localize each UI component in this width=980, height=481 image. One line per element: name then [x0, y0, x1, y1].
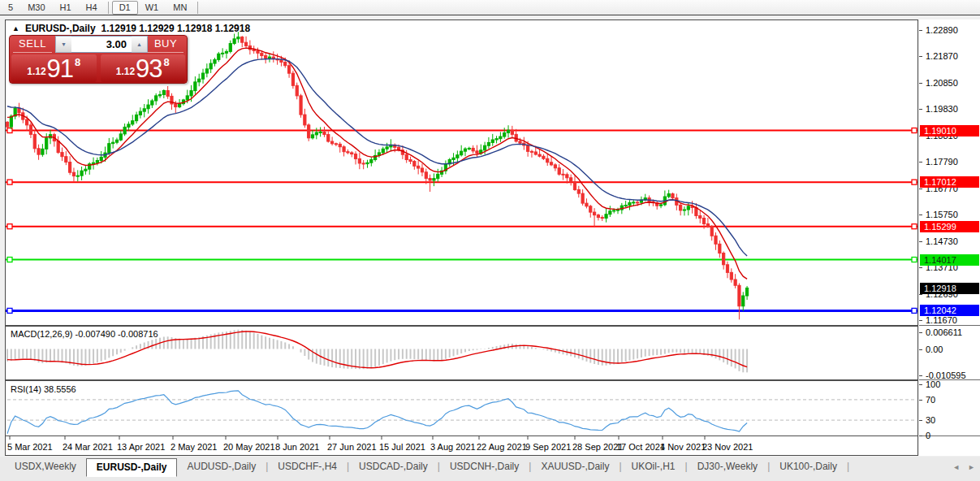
rsi-axis-label: 70	[926, 395, 935, 405]
volume-increase-button[interactable]: ▲	[132, 36, 148, 53]
rsi-axis-tick	[919, 384, 922, 385]
tab-scroll-left-icon[interactable]: ◄	[952, 463, 960, 471]
timeframe-button-mn[interactable]: MN	[166, 1, 194, 15]
volume-input[interactable]	[71, 36, 132, 53]
price-axis: 1.228901.218701.208501.198301.188101.177…	[919, 20, 980, 456]
buy-price-pips: 93	[136, 58, 162, 80]
price-axis-tick	[919, 294, 922, 295]
price-axis-tick-label: 1.11670	[926, 315, 957, 325]
buy-price-point: 8	[164, 56, 170, 68]
macd-axis-tick	[919, 332, 922, 333]
tab-scroll-right-icon[interactable]: ►	[968, 463, 975, 471]
date-label: 2 May 2021	[171, 442, 217, 452]
chart-tab-bar: USDX,WeeklyEURUSD-,DailyAUDUSD-,Daily|US…	[0, 457, 980, 481]
toolbar-separator	[197, 2, 198, 14]
rsi-axis-label: 30	[926, 415, 935, 425]
timeframe-button-h1[interactable]: H1	[53, 1, 79, 15]
date-label: 13 Apr 2021	[117, 442, 165, 452]
price-axis-tick	[919, 241, 922, 242]
macd-axis-tick	[919, 349, 922, 350]
pane-separator	[919, 325, 980, 326]
collapse-triangle-icon[interactable]: ▲	[12, 24, 19, 32]
buy-button[interactable]: BUY	[148, 36, 183, 53]
price-axis-tick	[919, 267, 922, 268]
date-label: 8 Jun 2021	[275, 442, 319, 452]
macd-axis-label: 0.006611	[926, 327, 962, 337]
price-axis-tick	[919, 56, 922, 57]
rsi-indicator-label: RSI(14) 38.5556	[11, 384, 76, 394]
date-axis: 5 Mar 202124 Mar 202113 Apr 20212 May 20…	[7, 436, 753, 452]
tab-separator: |	[847, 458, 849, 472]
tab-usdcnh-daily[interactable]: USDCNH-,Daily	[440, 458, 529, 475]
date-label: 17 Oct 2021	[616, 442, 665, 452]
timeframe-button-d1[interactable]: D1	[112, 1, 138, 15]
price-axis-tick-label: 1.21870	[926, 51, 958, 61]
timeframe-button-w1[interactable]: W1	[138, 1, 166, 15]
chart-title: ▲ EURUSD-,Daily 1.12919 1.12929 1.12918 …	[12, 23, 250, 34]
tab-eurusd-daily[interactable]: EURUSD-,Daily	[86, 458, 178, 477]
volume-decrease-button[interactable]: ▼	[55, 36, 71, 53]
sell-price-point: 8	[75, 56, 80, 68]
chart-canvas[interactable]: 5 Mar 202124 Mar 202113 Apr 20212 May 20…	[6, 20, 917, 455]
chart-ohlc-values: 1.12919 1.12929 1.12918 1.12918	[101, 23, 251, 34]
rsi-axis-tick	[919, 436, 922, 436]
price-level-badge-1.14017: 1.14017	[920, 254, 979, 266]
date-label: 20 May 2021	[223, 442, 275, 452]
macd-axis-tick	[919, 375, 922, 376]
tab-uk100-daily[interactable]: UK100-,Daily	[770, 458, 847, 475]
rsi-axis-tick	[919, 420, 922, 421]
price-axis-tick-label: 1.15750	[926, 210, 958, 219]
date-label: 3 Aug 2021	[430, 442, 476, 452]
sell-price-display[interactable]: 1.12 91 8	[11, 54, 97, 82]
buy-price-prefix: 1.12	[116, 66, 135, 77]
sell-button[interactable]: SELL	[13, 36, 52, 53]
tab-ukoil-h1[interactable]: UKOil-,H1	[622, 458, 685, 475]
rsi-pane	[7, 391, 916, 434]
buy-price-display[interactable]: 1.12 93 8	[101, 54, 186, 82]
price-axis-tick	[919, 188, 922, 189]
date-label: 22 Aug 2021	[477, 442, 527, 452]
price-axis-tick-label: 1.14730	[926, 236, 958, 246]
price-level-badge-1.12042: 1.12042	[920, 305, 979, 316]
tab-usdcad-daily[interactable]: USDCAD-,Daily	[349, 458, 438, 475]
timeframe-button-5[interactable]: 5	[1, 1, 20, 15]
tab-usdchf-h4[interactable]: USDCHF-,H4	[268, 458, 347, 475]
price-axis-tick-label: 1.19830	[926, 104, 958, 114]
rsi-axis-label: 0	[926, 431, 930, 440]
trade-panel-top-row: SELL ▼ ▲ BUY	[10, 36, 187, 53]
mt4-platform: 5M30H1H4D1W1MN 5 Mar 202124 Mar 202113 A…	[0, 0, 980, 481]
timeframe-button-h4[interactable]: H4	[79, 1, 105, 15]
tab-usdx-weekly[interactable]: USDX,Weekly	[5, 458, 86, 475]
price-axis-tick	[919, 30, 922, 31]
price-axis-tick-label: 1.22890	[926, 25, 958, 35]
price-axis-tick-label: 1.17790	[926, 157, 958, 167]
tab-audusd-daily[interactable]: AUDUSD-,Daily	[177, 458, 266, 475]
date-label: 23 Nov 2021	[702, 442, 753, 452]
toolbar-separator	[108, 2, 109, 14]
price-level-badge-1.17012: 1.17012	[920, 176, 979, 188]
trade-panel-price-row: 1.12 91 8 1.12 93 8	[10, 54, 187, 83]
price-axis-tick	[919, 109, 922, 110]
chart-window: 5 Mar 202124 Mar 202113 Apr 20212 May 20…	[5, 20, 918, 456]
price-axis-tick-label: 1.20850	[926, 78, 958, 88]
timeframe-button-m30[interactable]: M30	[20, 1, 52, 15]
date-label: 15 Jul 2021	[379, 442, 425, 452]
rsi-axis-label: 100	[926, 379, 940, 389]
one-click-trade-panel: SELL ▼ ▲ BUY 1.12 91 8 1.12 93 8	[9, 35, 188, 84]
date-label: 4 Nov 2021	[660, 442, 706, 452]
timeframe-toolbar: 5M30H1H4D1W1MN	[0, 0, 980, 15]
macd-indicator-label: MACD(12,26,9) -0.007490 -0.008716	[11, 329, 158, 339]
sell-price-pips: 91	[47, 58, 73, 80]
tab-dj30-weekly[interactable]: DJ30-,Weekly	[688, 458, 767, 475]
date-label: 9 Sep 2021	[525, 442, 571, 452]
chart-symbol-label: EURUSD-,Daily	[25, 23, 96, 34]
date-label: 24 Mar 2021	[63, 442, 113, 452]
price-axis-tick	[919, 320, 922, 321]
price-axis-tick	[919, 162, 922, 162]
pane-separators[interactable]	[6, 326, 917, 436]
price-axis-tick	[919, 83, 922, 84]
rsi-axis-tick	[919, 400, 922, 401]
tab-xauusd-daily[interactable]: XAUUSD-,Daily	[531, 458, 619, 475]
price-level-badge-1.19010: 1.19010	[920, 125, 979, 136]
tab-scroll-arrows: ◄ ►	[952, 463, 975, 471]
